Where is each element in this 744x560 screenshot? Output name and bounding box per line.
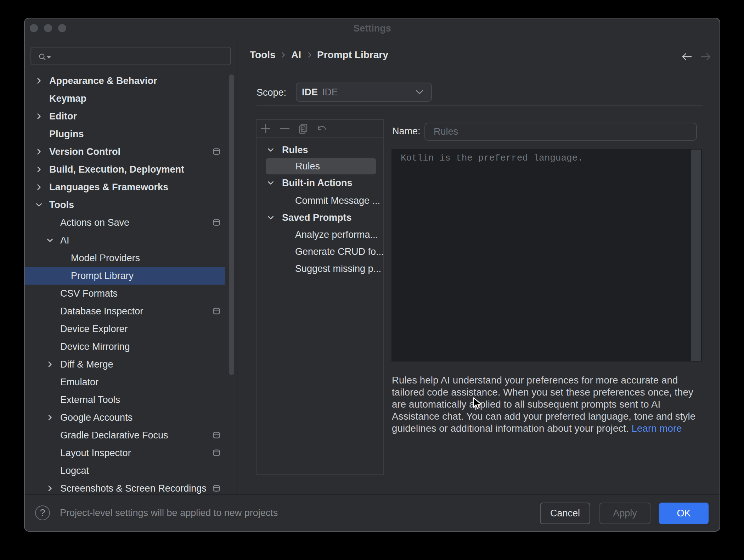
svg-text:?: ?: [40, 508, 45, 518]
